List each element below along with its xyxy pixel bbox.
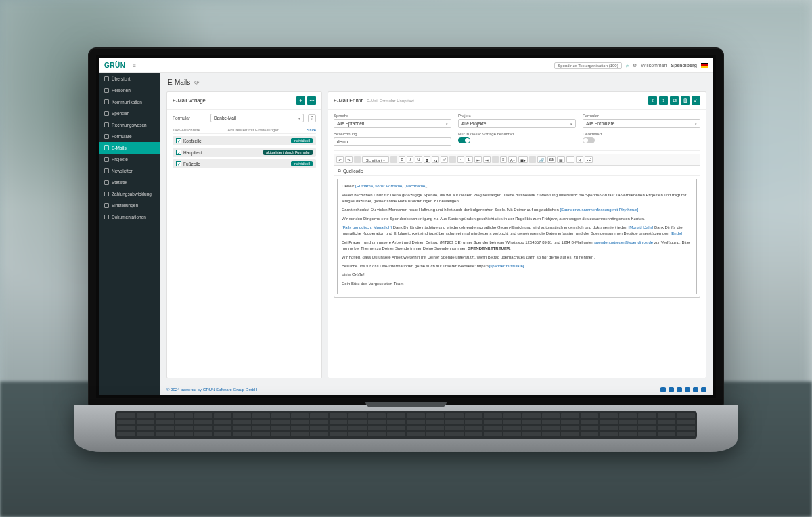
template-panel-title: E-Mail Vorlage — [173, 97, 206, 104]
indent-icon[interactable]: ⇥ — [483, 156, 491, 163]
nav-kommunikation[interactable]: Kommunikation — [99, 96, 160, 108]
rich-text-editor: ↶ ↷ Schriftart ▾ B I U S̶ — [334, 154, 700, 298]
social-youtube-icon[interactable] — [693, 387, 698, 392]
nav-formulare[interactable]: Formulare — [99, 131, 160, 142]
nav-einstellungen[interactable]: Einstellungen — [99, 200, 160, 211]
nurhier-toggle[interactable] — [458, 137, 470, 143]
source-icon[interactable]: ⧉ — [338, 168, 341, 173]
editor-panel-subtitle: E-Mail Formular Haupttext — [367, 99, 414, 103]
social-xing-icon[interactable] — [660, 387, 666, 392]
sprache-label: Sprache — [334, 114, 451, 118]
laptop-keyboard — [115, 411, 697, 439]
bgcolor-icon[interactable]: ◼▾ — [518, 156, 528, 163]
sup-icon[interactable]: x² — [441, 156, 448, 163]
checkbox-icon[interactable]: ✓ — [176, 161, 181, 166]
align-left-icon[interactable]: ≡ — [500, 156, 507, 163]
font-select[interactable]: Schriftart ▾ — [362, 156, 389, 163]
social-instagram-icon[interactable] — [701, 387, 706, 392]
social-facebook-icon[interactable] — [669, 387, 674, 392]
editor-next-button[interactable]: › — [659, 96, 668, 105]
sidebar: Übersicht Personen Kommunikation Spenden… — [99, 73, 160, 395]
expand-icon[interactable]: ⛶ — [585, 156, 593, 163]
bezeichnung-input[interactable]: demo — [334, 137, 451, 146]
italic-icon[interactable]: I — [407, 156, 413, 163]
checkbox-icon[interactable]: ✓ — [176, 150, 181, 155]
editor-prev-button[interactable]: ‹ — [648, 96, 657, 105]
strike-icon[interactable]: S̶ — [424, 156, 430, 163]
laptop-mockup: GRÜN ≡ Spendinos Testorganisation (100) … — [88, 47, 724, 467]
chat-icon — [104, 99, 109, 104]
image-icon[interactable]: 🖼 — [547, 156, 556, 163]
save-link[interactable]: Save — [307, 128, 316, 132]
section-badge: individuell — [291, 138, 313, 143]
template-select[interactable]: Danke-Mail ▾ — [210, 114, 304, 122]
color-icon[interactable]: A▾ — [508, 156, 517, 163]
section-badge: aktualisiert durch Formular — [263, 150, 313, 155]
deaktiviert-toggle[interactable] — [583, 137, 595, 143]
link-icon[interactable]: 🔗 — [537, 156, 546, 163]
nav-rechnungswesen[interactable]: Rechnungswesen — [99, 119, 160, 131]
editor-copy-button[interactable]: ⧉ — [670, 96, 679, 105]
bold-icon[interactable]: B — [399, 156, 405, 163]
deaktiviert-label: Deaktiviert — [583, 132, 700, 136]
social-twitter-icon[interactable] — [685, 387, 690, 392]
table-icon[interactable]: ▦ — [557, 156, 565, 163]
projekt-select[interactable]: Alle Projekte▾ — [458, 119, 576, 128]
sprache-select[interactable]: Alle Sprachen▾ — [334, 119, 451, 128]
section-row[interactable]: ✓ Haupttext aktualisiert durch Formular — [173, 148, 316, 157]
clear-icon[interactable]: ✕ — [576, 156, 583, 163]
chevron-down-icon: ▾ — [446, 122, 448, 126]
template-add-button[interactable]: + — [296, 96, 305, 105]
section-name: Haupttext — [183, 150, 202, 155]
bezeichnung-label: Bezeichnung — [334, 132, 451, 136]
lang-flag-icon[interactable] — [701, 63, 708, 68]
refresh-icon[interactable]: ⟳ — [194, 79, 200, 86]
section-name: Fußzeile — [183, 162, 200, 166]
editor-save-button[interactable]: ✓ — [692, 96, 700, 105]
list-head-right: Aktualisiert mit Einstellungen — [227, 128, 279, 132]
sub-icon[interactable]: x₂ — [432, 156, 439, 163]
settings-icon[interactable]: ⚙ — [633, 63, 637, 68]
brand-logo: GRÜN — [104, 62, 125, 69]
invoice-icon — [104, 122, 109, 127]
org-search[interactable]: Spendinos Testorganisation (100) — [554, 62, 622, 69]
undo-icon[interactable]: ↶ — [336, 156, 344, 163]
form-icon — [104, 134, 109, 139]
template-more-button[interactable]: ⋯ — [307, 96, 316, 105]
editor-content[interactable]: Liebe/r [Rufname, sonst Vorname] [Nachna… — [337, 179, 697, 294]
formular-select[interactable]: Alle Formulare▾ — [583, 119, 700, 128]
redo-icon[interactable]: ↷ — [345, 156, 353, 163]
search-trigger-icon[interactable]: ⌕ — [626, 63, 629, 68]
menu-toggle-icon[interactable]: ≡ — [132, 62, 135, 69]
project-icon — [104, 157, 109, 162]
section-row[interactable]: ✓ Kopfzeile individuell — [173, 136, 316, 145]
nav-uebersicht[interactable]: Übersicht — [99, 73, 160, 85]
nav-zahlung[interactable]: Zahlungsabwicklung — [99, 188, 160, 200]
chart-icon — [104, 180, 109, 185]
heart-icon — [104, 111, 109, 116]
help-button[interactable]: ? — [308, 114, 316, 122]
section-row[interactable]: ✓ Fußzeile individuell — [173, 159, 316, 168]
hr-icon[interactable]: — — [566, 156, 574, 163]
nav-newsletter[interactable]: Newsletter — [99, 165, 160, 177]
gear-icon — [104, 203, 109, 208]
list-ul-icon[interactable]: • — [457, 156, 464, 163]
nav-statistik[interactable]: Statistik — [99, 177, 160, 188]
editor-delete-button[interactable]: 🗑 — [681, 96, 690, 105]
outdent-icon[interactable]: ⇤ — [474, 156, 482, 163]
chevron-down-icon: ▾ — [570, 122, 572, 126]
formular-label: Formular — [583, 114, 700, 118]
nav-doku[interactable]: Dokumentationen — [99, 211, 160, 223]
nav-emails[interactable]: E-Mails — [99, 142, 160, 154]
checkbox-icon[interactable]: ✓ — [176, 138, 181, 143]
source-label[interactable]: Quellcode — [343, 168, 363, 173]
user-name[interactable]: Spendiberg — [671, 63, 697, 68]
nav-personen[interactable]: Personen — [99, 85, 160, 96]
social-linkedin-icon[interactable] — [677, 387, 682, 392]
doc-icon — [104, 215, 109, 219]
underline-icon[interactable]: U — [415, 156, 422, 163]
nav-projekte[interactable]: Projekte — [99, 154, 160, 165]
nav-spenden[interactable]: Spenden — [99, 108, 160, 119]
dashboard-icon — [104, 76, 109, 81]
list-ol-icon[interactable]: 1. — [466, 156, 473, 163]
